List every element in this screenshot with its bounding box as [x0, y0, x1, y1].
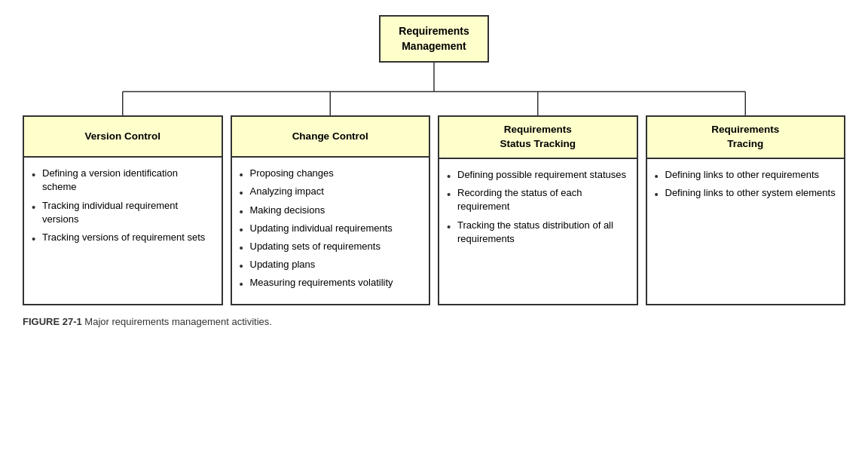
list-item: Updating individual requirements — [240, 222, 422, 235]
list-item: Defining a version identification scheme — [32, 167, 214, 194]
list-item: Defining links to other requirements — [655, 168, 837, 182]
child-header-version-control: Version Control — [24, 117, 222, 158]
list-item: Measuring requirements volatility — [240, 276, 422, 290]
child-box-version-control: Version ControlDefining a version identi… — [23, 115, 223, 305]
child-box-requirements-tracing: RequirementsTracingDefining links to oth… — [646, 115, 846, 305]
caption-normal: Major requirements management activities… — [82, 316, 272, 327]
list-item: Updating sets of requirements — [240, 240, 422, 253]
root-node: RequirementsManagement — [379, 15, 488, 63]
root-label: RequirementsManagement — [399, 25, 469, 52]
list-item: Analyzing impact — [240, 185, 422, 198]
child-body-requirements-tracing: Defining links to other requirementsDefi… — [647, 159, 845, 304]
list-item: Tracking the status distribution of all … — [447, 219, 629, 246]
diagram-container: RequirementsManagement Version ControlDe… — [23, 15, 845, 327]
child-header-requirements-tracing: RequirementsTracing — [647, 117, 845, 159]
children-row: Version ControlDefining a version identi… — [23, 115, 845, 305]
list-item: Tracking versions of requirement sets — [32, 231, 214, 244]
list-item: Recording the status of each requirement — [447, 186, 629, 213]
list-item: Proposing changes — [240, 167, 422, 180]
child-header-change-control: Change Control — [232, 117, 429, 158]
list-item: Defining links to other system elements — [655, 186, 837, 200]
list-item: Making decisions — [240, 204, 422, 217]
child-body-requirements-status-tracking: Defining possible requirement statusesRe… — [439, 159, 637, 304]
list-item: Defining possible requirement statuses — [447, 168, 629, 182]
list-item: Updating plans — [240, 258, 422, 271]
connector-svg — [23, 63, 845, 115]
child-box-requirements-status-tracking: RequirementsStatus TrackingDefining poss… — [438, 115, 638, 305]
connector-area — [23, 63, 845, 115]
child-box-change-control: Change ControlProposing changesAnalyzing… — [231, 115, 431, 305]
list-item: Tracking individual requirement versions — [32, 199, 214, 226]
child-body-version-control: Defining a version identification scheme… — [24, 158, 222, 303]
child-header-requirements-status-tracking: RequirementsStatus Tracking — [439, 117, 637, 159]
caption-bold: FIGURE 27-1 — [23, 316, 82, 327]
child-body-change-control: Proposing changesAnalyzing impactMaking … — [232, 158, 429, 303]
figure-caption: FIGURE 27-1 Major requirements managemen… — [23, 316, 272, 327]
